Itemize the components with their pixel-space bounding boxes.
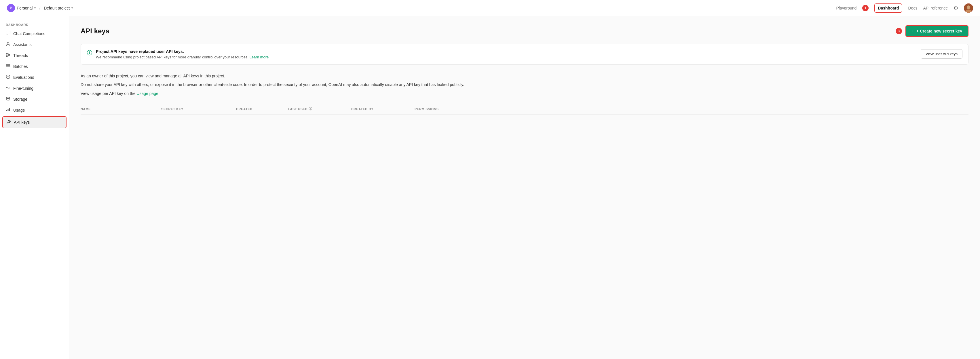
sidebar-item-label: Chat Completions [13, 31, 45, 36]
evaluations-icon [6, 75, 10, 80]
svg-rect-9 [6, 66, 10, 67]
assistants-icon [6, 42, 10, 48]
sidebar-item-storage[interactable]: Storage [0, 94, 69, 105]
top-nav-left: P Personal ▾ / Default project ▾ [7, 4, 73, 12]
sidebar-section-label: DASHBOARD [0, 21, 69, 28]
sidebar-item-fine-tuning[interactable]: Fine-tuning [0, 83, 69, 94]
last-used-info-icon: ⓘ [309, 106, 312, 111]
col-created: CREATED [236, 106, 288, 111]
svg-rect-3 [6, 31, 10, 34]
badge-1: 1 [862, 5, 869, 11]
storage-icon [6, 96, 10, 102]
page-header: API keys 3 + + Create new secret key [81, 25, 969, 37]
top-nav: P Personal ▾ / Default project ▾ Playgro… [0, 0, 980, 16]
sidebar-item-chat-completions[interactable]: Chat Completions [0, 28, 69, 39]
create-secret-key-button[interactable]: + + Create new secret key [905, 25, 969, 37]
main-content: API keys 3 + + Create new secret key Pro… [69, 16, 980, 359]
svg-point-4 [7, 42, 9, 44]
svg-point-20 [89, 51, 90, 52]
chevron-down-icon-project: ▾ [72, 6, 73, 10]
sidebar-item-label: Usage [13, 108, 25, 113]
usage-page-link[interactable]: Usage page [137, 91, 158, 96]
sidebar-item-label: Fine-tuning [13, 86, 33, 91]
personal-label: Personal [17, 6, 33, 10]
desc-line2: Do not share your API key with others, o… [81, 81, 969, 88]
nav-docs[interactable]: Docs [908, 6, 917, 10]
info-circle-icon [87, 50, 92, 57]
nav-dashboard[interactable]: Dashboard [874, 3, 902, 13]
top-nav-right: Playground 1 Dashboard Docs API referenc… [836, 3, 973, 13]
sidebar-item-label: Threads [13, 53, 28, 58]
personal-selector[interactable]: P Personal ▾ [7, 4, 36, 12]
col-secret-key: SECRET KEY [161, 106, 236, 111]
info-banner-left: Project API keys have replaced user API … [87, 49, 269, 59]
sidebar-item-api-keys[interactable]: API keys [2, 116, 67, 128]
description-block: As an owner of this project, you can vie… [81, 73, 969, 97]
table-header: NAME SECRET KEY CREATED LAST USED ⓘ CREA… [81, 103, 969, 114]
svg-point-13 [6, 97, 10, 98]
desc-line3: View usage per API key on the Usage page… [81, 91, 969, 97]
user-avatar[interactable] [964, 3, 973, 13]
svg-point-5 [6, 53, 8, 54]
page-title: API keys [81, 27, 110, 35]
col-last-used: LAST USED ⓘ [288, 106, 351, 111]
create-btn-label: + Create new secret key [916, 29, 962, 33]
sidebar-item-label: Evaluations [13, 75, 34, 80]
batches-icon [6, 64, 10, 69]
svg-rect-16 [9, 108, 10, 111]
info-banner-text: Project API keys have replaced user API … [96, 49, 269, 59]
sidebar-item-label: Assistants [13, 42, 32, 47]
sidebar-item-label: Storage [13, 97, 27, 102]
nav-api-reference[interactable]: API reference [923, 6, 948, 10]
col-created-by: CREATED BY [351, 106, 415, 111]
usage-icon [6, 107, 10, 113]
svg-rect-15 [8, 109, 9, 111]
sidebar-item-batches[interactable]: Batches [0, 61, 69, 72]
project-label: Default project [44, 6, 70, 10]
app-layout: DASHBOARD Chat Completions Assistants Th… [0, 16, 980, 359]
sidebar-item-assistants[interactable]: Assistants [0, 39, 69, 50]
col-permissions: PERMISSIONS [415, 106, 472, 111]
info-subtitle: We recommend using project based API key… [96, 55, 269, 59]
chat-icon [6, 31, 10, 37]
badge-3: 3 [896, 28, 902, 34]
view-user-api-keys-button[interactable]: View user API keys [921, 49, 963, 59]
svg-point-1 [967, 5, 970, 9]
plus-icon: + [912, 29, 914, 33]
sidebar-item-threads[interactable]: Threads [0, 50, 69, 61]
sidebar: DASHBOARD Chat Completions Assistants Th… [0, 16, 69, 359]
breadcrumb-separator: / [39, 6, 40, 10]
svg-rect-8 [6, 64, 10, 65]
info-banner: Project API keys have replaced user API … [81, 44, 969, 65]
info-title: Project API keys have replaced user API … [96, 49, 269, 54]
desc-line1: As an owner of this project, you can vie… [81, 73, 969, 79]
fine-tuning-icon [6, 86, 10, 91]
nav-playground[interactable]: Playground [836, 6, 857, 10]
settings-icon[interactable]: ⚙ [953, 5, 958, 11]
sidebar-item-evaluations[interactable]: Evaluations [0, 72, 69, 83]
sidebar-item-label: Batches [13, 64, 28, 69]
chevron-down-icon: ▾ [34, 6, 36, 10]
personal-avatar: P [7, 4, 15, 12]
threads-icon [6, 52, 10, 59]
col-name: NAME [81, 106, 161, 111]
sidebar-item-label: API keys [14, 120, 30, 125]
sidebar-item-usage[interactable]: Usage [0, 105, 69, 116]
learn-more-link[interactable]: Learn more [250, 55, 269, 59]
svg-point-17 [9, 121, 10, 122]
svg-rect-14 [6, 110, 7, 111]
api-keys-icon [6, 119, 11, 125]
svg-point-7 [6, 56, 8, 57]
api-keys-table: NAME SECRET KEY CREATED LAST USED ⓘ CREA… [81, 103, 969, 114]
project-selector[interactable]: Default project ▾ [44, 6, 73, 10]
